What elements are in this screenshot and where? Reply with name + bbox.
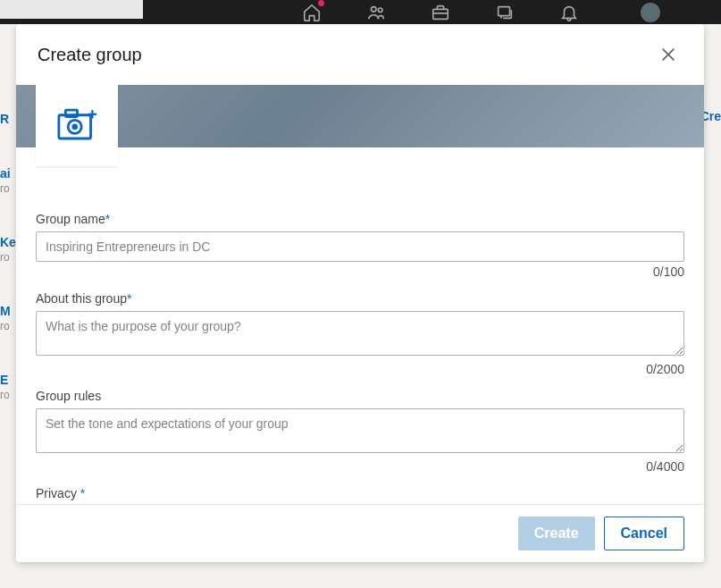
svg-rect-2 [432,9,448,19]
messaging-icon [494,2,516,23]
upload-photo-button[interactable] [36,84,118,166]
bg-navbar [0,0,721,24]
jobs-icon [430,2,451,23]
close-button[interactable] [654,40,683,69]
close-icon [659,46,677,63]
svg-point-1 [378,7,382,12]
cancel-button[interactable]: Cancel [604,517,684,550]
about-input[interactable] [36,311,684,356]
about-count: 0/2000 [36,362,684,376]
svg-point-7 [71,124,78,130]
privacy-field: Privacy * Standard Group visible in sear… [36,486,684,504]
cover-banner [16,85,704,147]
create-group-modal: Create group Group name* 0/100 [16,24,704,562]
rules-field: Group rules 0/4000 [36,389,684,474]
about-field: About this group* 0/2000 [36,291,684,376]
svg-rect-3 [498,6,509,15]
modal-body: Group name* 0/100 About this group* 0/20… [16,147,704,504]
svg-point-0 [371,6,376,11]
notification-dot [318,0,324,6]
camera-icon [57,107,97,143]
modal-header: Create group [16,24,704,85]
network-icon [365,2,387,23]
group-name-label: Group name* [36,212,684,226]
create-button[interactable]: Create [518,517,595,550]
about-label: About this group* [36,291,684,306]
rules-input[interactable] [36,408,684,453]
rules-label: Group rules [36,389,684,403]
rules-count: 0/4000 [36,459,684,474]
group-name-input[interactable] [36,231,684,262]
bg-search-box [0,0,143,19]
privacy-label: Privacy * [36,486,684,500]
bg-left-fragments: R airo Kero Mro Ero [0,89,18,588]
avatar [641,3,660,22]
group-name-field: Group name* 0/100 [36,212,684,279]
svg-rect-5 [65,110,77,117]
modal-title: Create group [38,45,142,65]
home-icon [301,2,323,23]
modal-footer: Create Cancel [16,504,704,562]
notifications-icon [558,2,580,23]
group-name-count: 0/100 [36,265,684,279]
